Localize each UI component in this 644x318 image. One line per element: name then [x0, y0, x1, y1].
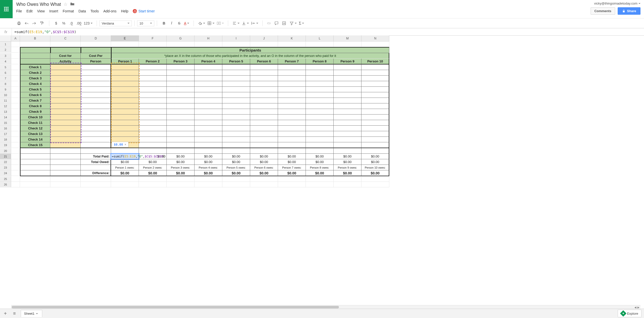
cell-H12[interactable] — [195, 103, 222, 109]
cell-I16[interactable] — [222, 126, 250, 131]
cell-F6[interactable] — [139, 70, 167, 76]
cell-M19[interactable] — [334, 142, 361, 148]
sheet-tab[interactable]: Sheet1 — [21, 310, 42, 317]
cell-E10[interactable] — [111, 92, 139, 98]
cell-K26[interactable] — [278, 182, 306, 187]
cell-G14[interactable] — [167, 115, 195, 120]
check-label-6[interactable]: Check 6 — [20, 92, 50, 98]
row-header-22[interactable]: 22 — [0, 159, 11, 165]
row-header-12[interactable]: 12 — [0, 103, 11, 109]
person-header-8[interactable]: Person 8 — [306, 59, 334, 64]
person-header-5[interactable]: Person 5 — [222, 59, 250, 64]
cell-J24[interactable]: $0.00 — [250, 170, 278, 176]
total-paid-label[interactable]: Total Paid: — [81, 154, 111, 159]
cell-B22[interactable] — [20, 159, 50, 165]
cell-A20[interactable] — [11, 148, 20, 154]
cell-F13[interactable] — [139, 109, 167, 115]
cell-B24[interactable] — [20, 170, 50, 176]
col-header-F[interactable]: F — [139, 35, 167, 41]
cell-G18[interactable] — [167, 137, 195, 142]
italic-icon[interactable]: I — [169, 21, 174, 25]
cell-A5[interactable] — [11, 64, 20, 70]
cell-J22[interactable]: $0.00 — [250, 159, 278, 165]
cell-G6[interactable] — [167, 70, 195, 76]
col-header-K[interactable]: K — [278, 35, 306, 41]
cell-J20[interactable] — [250, 148, 278, 154]
cell-N1[interactable] — [361, 41, 389, 47]
cell-D26[interactable] — [81, 182, 111, 187]
cell-D10[interactable] — [81, 92, 111, 98]
cell-I7[interactable] — [222, 76, 250, 81]
owes-label-3[interactable]: Person 3 owes: — [167, 165, 195, 170]
cell-C21[interactable] — [50, 154, 81, 159]
cell-K16[interactable] — [278, 126, 306, 131]
cell-I25[interactable] — [222, 176, 250, 182]
menu-file[interactable]: File — [16, 9, 22, 13]
owes-label-2[interactable]: Person 2 owes: — [139, 165, 167, 170]
cell-L9[interactable] — [306, 87, 334, 92]
cell-B3[interactable] — [20, 53, 50, 59]
cell-B20[interactable] — [20, 148, 50, 154]
cell-D13[interactable] — [81, 109, 111, 115]
cell-H22[interactable]: $0.00 — [195, 159, 222, 165]
cell-M22[interactable]: $0.00 — [334, 159, 361, 165]
cell-M25[interactable] — [334, 176, 361, 182]
cell-G16[interactable] — [167, 126, 195, 131]
cell-G5[interactable] — [167, 64, 195, 70]
cell-M12[interactable] — [334, 103, 361, 109]
cell-A11[interactable] — [11, 98, 20, 103]
cell-C4[interactable]: Activity — [50, 59, 81, 64]
cell-H11[interactable] — [195, 98, 222, 103]
cell-B25[interactable] — [20, 176, 50, 182]
col-header-I[interactable]: I — [222, 35, 250, 41]
col-header-L[interactable]: L — [306, 35, 334, 41]
cell-M5[interactable] — [334, 64, 361, 70]
cell-H8[interactable] — [195, 81, 222, 87]
row-header-21[interactable]: 21 — [0, 154, 11, 159]
cell-A9[interactable] — [11, 87, 20, 92]
row-header-13[interactable]: 13 — [0, 109, 11, 115]
cell-J1[interactable] — [250, 41, 278, 47]
cell-L20[interactable] — [306, 148, 334, 154]
star-icon[interactable]: ☆ — [63, 2, 68, 7]
cell-C15[interactable] — [50, 120, 81, 126]
cell-K8[interactable] — [278, 81, 306, 87]
cell-L24[interactable]: $0.00 — [306, 170, 334, 176]
cell-F8[interactable] — [139, 81, 167, 87]
cell-F1[interactable] — [139, 41, 167, 47]
font-size-dropdown[interactable]: 10 — [137, 20, 154, 26]
cell-C26[interactable] — [50, 182, 81, 187]
menu-addons[interactable]: Add-ons — [103, 9, 116, 13]
cell-J26[interactable] — [250, 182, 278, 187]
row-header-5[interactable]: 5 — [0, 64, 11, 70]
cell-C8[interactable] — [50, 81, 81, 87]
cell-G20[interactable] — [167, 148, 195, 154]
cell-G21[interactable]: $0.00 — [167, 154, 195, 159]
menu-insert[interactable]: Insert — [49, 9, 58, 13]
cell-I19[interactable] — [222, 142, 250, 148]
cell-C1[interactable] — [50, 41, 81, 47]
cell-H26[interactable] — [195, 182, 222, 187]
cell-C24[interactable] — [50, 170, 81, 176]
cell-F26[interactable] — [139, 182, 167, 187]
cell-E12[interactable] — [111, 103, 139, 109]
cell-C23[interactable] — [50, 165, 81, 170]
owes-label-7[interactable]: Person 7 owes: — [278, 165, 306, 170]
cell-A2[interactable] — [11, 47, 20, 53]
cell-N12[interactable] — [361, 103, 389, 109]
decrease-decimal-icon[interactable]: .0̲ — [69, 21, 74, 25]
cell-J11[interactable] — [250, 98, 278, 103]
merge-cells-icon[interactable] — [217, 21, 224, 26]
cell-A17[interactable] — [11, 131, 20, 137]
col-header-E[interactable]: E — [111, 35, 139, 41]
cell-J10[interactable] — [250, 92, 278, 98]
cell-K1[interactable] — [278, 41, 306, 47]
cell-H13[interactable] — [195, 109, 222, 115]
cell-D5[interactable] — [81, 64, 111, 70]
row-header-20[interactable]: 20 — [0, 148, 11, 154]
person-header-6[interactable]: Person 6 — [250, 59, 278, 64]
difference-label[interactable]: Difference: — [81, 170, 111, 176]
cell-G9[interactable] — [167, 87, 195, 92]
cell-D4[interactable]: Person — [81, 59, 111, 64]
strikethrough-icon[interactable]: S — [176, 21, 182, 25]
